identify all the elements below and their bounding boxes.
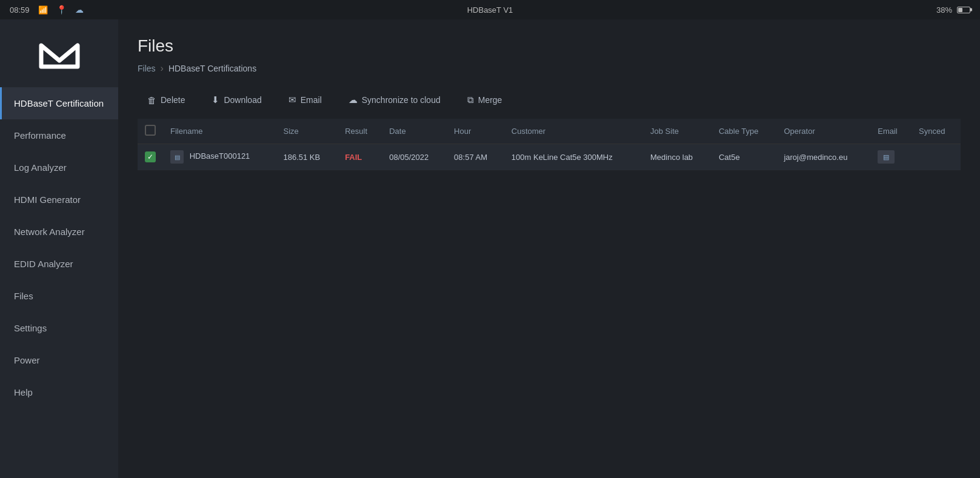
sidebar-item-network-analyzer[interactable]: Network Analyzer: [0, 216, 118, 248]
download-button[interactable]: ⬇ Download: [202, 90, 271, 110]
battery-percent: 38%: [936, 5, 952, 15]
wifi-icon: 📶: [38, 5, 48, 15]
main-content: Files Files › HDBaseT Certifications 🗑 D…: [118, 19, 980, 478]
delete-label: Delete: [161, 95, 185, 105]
select-all-checkbox[interactable]: [145, 125, 156, 136]
row-email: ▤: [870, 144, 912, 170]
col-header-hour: Hour: [447, 119, 504, 144]
sync-button[interactable]: ☁ Synchronize to cloud: [339, 90, 450, 110]
table-header: Filename Size Result Date Hour: [138, 119, 961, 144]
sidebar-nav: HDBaseT Certification Performance Log An…: [0, 87, 118, 408]
row-cabletype: Cat5e: [712, 144, 776, 170]
svg-marker-0: [41, 45, 78, 67]
col-header-filename: Filename: [163, 119, 276, 144]
breadcrumb-current: HDBaseT Certifications: [168, 64, 256, 73]
merge-button[interactable]: ⧉ Merge: [458, 90, 512, 110]
sidebar-item-performance[interactable]: Performance: [0, 119, 118, 151]
files-table: Filename Size Result Date Hour: [138, 119, 961, 170]
row-jobsite: Medinco lab: [643, 144, 712, 170]
breadcrumb: Files › HDBaseT Certifications: [138, 63, 961, 74]
row-date: 08/05/2022: [382, 144, 447, 170]
toolbar: 🗑 Delete ⬇ Download ✉ Email ☁ Synchroniz…: [118, 81, 980, 119]
col-header-date: Date: [382, 119, 447, 144]
sidebar-item-log-analyzer[interactable]: Log Analyzer: [0, 151, 118, 184]
sidebar-item-hdmi-generator[interactable]: HDMI Generator: [0, 184, 118, 216]
checkbox-checked-icon: ✓: [145, 151, 156, 162]
sidebar-logo: [0, 25, 118, 87]
sidebar-item-edid-analyzer[interactable]: EDID Analyzer: [0, 248, 118, 280]
row-customer: 100m KeLine Cat5e 300MHz: [504, 144, 643, 170]
sidebar-item-help[interactable]: Help: [0, 376, 118, 408]
status-bar-right: 38%: [936, 5, 970, 15]
app-logo: [35, 36, 84, 73]
row-result: FAIL: [338, 144, 382, 170]
table-body: ✓ ▤ HDBaseT000121 186.51 KB FAIL 08/05/2…: [138, 144, 961, 170]
sidebar-item-settings[interactable]: Settings: [0, 312, 118, 344]
col-header-cabletype: Cable Type: [712, 119, 776, 144]
email-icon: ✉: [288, 95, 296, 105]
email-button[interactable]: ✉ Email: [279, 90, 332, 110]
device-name: HDBaseT V1: [467, 5, 513, 15]
page-header: Files Files › HDBaseT Certifications: [118, 19, 980, 81]
row-operator: jaroj@medinco.eu: [776, 144, 870, 170]
row-synced: [912, 144, 961, 170]
sidebar: HDBaseT Certification Performance Log An…: [0, 19, 118, 478]
col-header-jobsite: Job Site: [643, 119, 712, 144]
table-row[interactable]: ✓ ▤ HDBaseT000121 186.51 KB FAIL 08/05/2…: [138, 144, 961, 170]
row-hour: 08:57 AM: [447, 144, 504, 170]
col-header-result: Result: [338, 119, 382, 144]
row-size: 186.51 KB: [276, 144, 338, 170]
cloud-icon: ☁: [75, 5, 84, 15]
col-header-checkbox: [138, 119, 163, 144]
col-header-operator: Operator: [776, 119, 870, 144]
sync-label: Synchronize to cloud: [362, 95, 441, 105]
col-header-email: Email: [870, 119, 912, 144]
preview-icon[interactable]: ▤: [878, 150, 895, 164]
app-layout: HDBaseT Certification Performance Log An…: [0, 19, 980, 478]
delete-button[interactable]: 🗑 Delete: [138, 90, 195, 110]
breadcrumb-separator: ›: [161, 63, 164, 74]
battery-icon: [957, 7, 970, 13]
delete-icon: 🗑: [147, 95, 156, 105]
file-icon: ▤: [170, 150, 184, 164]
row-checkbox[interactable]: ✓: [138, 144, 163, 170]
sidebar-item-hdbaset-certification[interactable]: HDBaseT Certification: [0, 87, 118, 119]
status-bar-left: 08:59 📶 📍 ☁: [10, 5, 84, 15]
download-icon: ⬇: [212, 95, 219, 105]
merge-label: Merge: [478, 95, 502, 105]
page-title: Files: [138, 36, 961, 56]
files-table-container: Filename Size Result Date Hour: [118, 119, 980, 478]
download-label: Download: [224, 95, 261, 105]
col-header-customer: Customer: [504, 119, 643, 144]
col-header-size: Size: [276, 119, 338, 144]
merge-icon: ⧉: [467, 95, 474, 105]
status-time: 08:59: [10, 5, 30, 15]
cloud-sync-icon: ☁: [348, 95, 358, 105]
sidebar-item-files[interactable]: Files: [0, 280, 118, 312]
breadcrumb-root[interactable]: Files: [138, 64, 156, 73]
status-bar: 08:59 📶 📍 ☁ HDBaseT V1 38%: [0, 0, 980, 19]
row-filename: ▤ HDBaseT000121: [163, 144, 276, 170]
email-label: Email: [301, 95, 322, 105]
sidebar-item-power[interactable]: Power: [0, 344, 118, 376]
col-header-synced: Synced: [912, 119, 961, 144]
pin-icon: 📍: [56, 5, 67, 15]
